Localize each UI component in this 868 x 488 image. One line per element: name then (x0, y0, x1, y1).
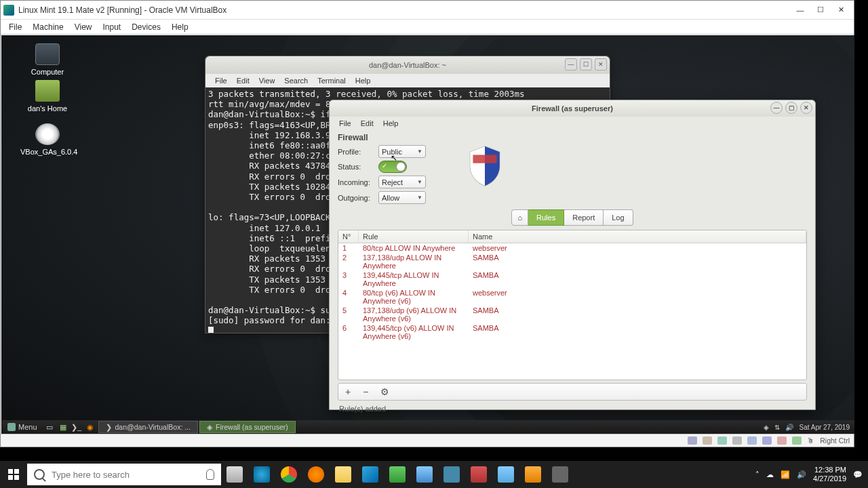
status-label: Status: (338, 163, 378, 171)
vbox-close-button[interactable]: ✕ (831, 3, 851, 17)
rule-settings-button[interactable]: ⚙ (380, 386, 389, 397)
remove-rule-button[interactable]: − (363, 386, 368, 397)
tab-log[interactable]: Log (604, 209, 633, 226)
chrome-launcher[interactable] (275, 461, 302, 488)
show-desktop-button[interactable]: ▭ (43, 421, 56, 433)
term-menu-terminal[interactable]: Terminal (313, 75, 350, 86)
vbox-display-icon[interactable] (762, 436, 772, 445)
term-menu-help[interactable]: Help (351, 75, 375, 86)
tray-network-icon[interactable]: 📶 (781, 470, 790, 479)
task-view-button[interactable] (221, 461, 248, 488)
table-row[interactable]: 3139,445/tcp ALLOW IN AnywhereSAMBA (338, 270, 806, 288)
firewall-shield-icon (467, 145, 503, 187)
chevron-down-icon: ▼ (417, 148, 422, 155)
mint-logo-icon (7, 423, 16, 431)
profile-dropdown[interactable]: Public▼ (378, 145, 426, 158)
firefox-launcher[interactable]: ◉ (83, 421, 97, 433)
term-menu-edit[interactable]: Edit (233, 75, 254, 86)
desktop-icon-computer[interactable]: Computer (20, 43, 75, 76)
app-launcher[interactable] (465, 461, 492, 488)
term-menu-search[interactable]: Search (280, 75, 312, 86)
app-launcher[interactable] (411, 461, 438, 488)
tray-chevron-up-icon[interactable]: ˄ (755, 470, 760, 479)
tab-report[interactable]: Report (564, 209, 604, 226)
terminal-maximize-button[interactable]: ☐ (580, 58, 592, 70)
tray-volume-icon[interactable]: 🔊 (785, 424, 793, 431)
tray-network-icon[interactable]: ⇅ (774, 424, 780, 431)
table-row[interactable]: 180/tcp ALLOW IN Anywherewebserver (338, 243, 806, 253)
table-row[interactable]: 6139,445/tcp (v6) ALLOW IN Anywhere (v6)… (338, 323, 806, 341)
firewall-close-button[interactable]: ✕ (800, 102, 812, 114)
tab-home[interactable]: ⌂ (511, 209, 528, 226)
vbox-menu-help[interactable]: Help (167, 21, 193, 33)
outgoing-dropdown[interactable]: Allow▼ (378, 191, 426, 204)
guest-desktop[interactable]: Computer dan's Home VBox_GAs_6.0.4 dan@d… (1, 35, 854, 434)
firewall-minimize-button[interactable]: — (770, 102, 783, 114)
linux-taskbar: Menu ▭ ▦ ❯_ ◉ ❯dan@dan-VirtualBox: ... ◈… (2, 420, 854, 434)
file-explorer-launcher[interactable] (330, 461, 357, 488)
terminal-titlebar[interactable]: dan@dan-VirtualBox: ~ — ☐ ✕ (205, 56, 610, 74)
mint-menu-button[interactable]: Menu (2, 421, 43, 433)
tray-clock[interactable]: Sat Apr 27, 2019 (799, 424, 850, 431)
vbox-recording-icon[interactable] (777, 436, 787, 445)
term-menu-file[interactable]: File (211, 75, 231, 86)
windows-search-box[interactable]: Type here to search (27, 464, 221, 485)
vbox-menu-view[interactable]: View (71, 21, 96, 33)
incoming-dropdown[interactable]: Reject▼ (378, 176, 426, 188)
app-launcher[interactable] (492, 461, 519, 488)
tray-shield-icon[interactable]: ◈ (764, 424, 769, 431)
firefox-launcher[interactable] (302, 461, 330, 488)
tab-rules[interactable]: Rules (528, 209, 564, 226)
fw-menu-edit[interactable]: Edit (357, 118, 378, 129)
vbox-cpu-icon[interactable] (792, 436, 802, 445)
terminal-minimize-button[interactable]: — (565, 58, 577, 70)
table-row[interactable]: 480/tcp (v6) ALLOW IN Anywhere (v6)webse… (338, 288, 806, 306)
status-toggle[interactable] (378, 161, 407, 173)
add-rule-button[interactable]: + (345, 386, 351, 397)
vbox-maximize-button[interactable]: ☐ (810, 3, 831, 17)
app-launcher[interactable] (519, 461, 547, 488)
taskbar-item-terminal[interactable]: ❯dan@dan-VirtualBox: ... (98, 421, 198, 433)
app-launcher[interactable] (384, 461, 411, 488)
windows-clock[interactable]: 12:38 PM 4/27/2019 (813, 466, 846, 483)
vbox-optical-icon[interactable] (703, 436, 712, 445)
vbox-minimize-button[interactable]: — (790, 3, 810, 17)
linux-system-tray: ◈ ⇅ 🔊 Sat Apr 27, 2019 (758, 424, 854, 431)
rules-table: N° Rule Name 180/tcp ALLOW IN Anywherewe… (338, 230, 807, 380)
tray-volume-icon[interactable]: 🔊 (797, 470, 806, 479)
app-launcher[interactable] (438, 461, 465, 488)
terminal-launcher[interactable]: ❯_ (70, 421, 83, 433)
vbox-usb-icon[interactable] (732, 436, 742, 445)
vbox-menu-file[interactable]: File (5, 21, 26, 33)
notifications-icon[interactable]: 💬 (853, 470, 863, 479)
tray-onedrive-icon[interactable]: ☁ (766, 470, 774, 479)
app-launcher[interactable] (547, 461, 574, 488)
vbox-menu-devices[interactable]: Devices (127, 21, 165, 33)
term-menu-view[interactable]: View (255, 75, 279, 86)
vbox-menu-input[interactable]: Input (99, 21, 125, 33)
vbox-network-icon[interactable] (717, 436, 727, 445)
vbox-titlebar[interactable]: Linux Mint 19.1 Mate v2 [Running] - Orac… (1, 1, 854, 20)
col-rule[interactable]: Rule (359, 230, 469, 243)
vbox-menu-machine[interactable]: Machine (28, 21, 67, 33)
taskbar-item-firewall[interactable]: ◈Firewall (as superuser) (199, 421, 296, 433)
vbox-shared-folder-icon[interactable] (747, 436, 757, 445)
table-row[interactable]: 5137,138/udp (v6) ALLOW IN Anywhere (v6)… (338, 306, 806, 323)
desktop-icon-vbox-additions[interactable]: VBox_GAs_6.0.4 (20, 123, 75, 156)
edge-launcher[interactable] (248, 461, 275, 488)
microphone-icon[interactable] (206, 469, 214, 480)
col-name[interactable]: Name (469, 230, 806, 243)
firewall-titlebar[interactable]: Firewall (as superuser) — ▢ ✕ (330, 100, 815, 117)
col-number[interactable]: N° (338, 230, 359, 243)
vbox-disk-icon[interactable] (688, 436, 697, 445)
windows-start-button[interactable] (0, 461, 27, 488)
file-manager-launcher[interactable]: ▦ (56, 421, 70, 433)
fw-menu-help[interactable]: Help (379, 118, 403, 129)
fw-menu-file[interactable]: File (335, 118, 355, 129)
table-row[interactable]: 2137,138/udp ALLOW IN AnywhereSAMBA (338, 253, 806, 270)
app-launcher[interactable] (357, 461, 384, 488)
vbox-mouse-integration-icon[interactable]: 🖱 (807, 436, 814, 445)
terminal-close-button[interactable]: ✕ (595, 58, 607, 70)
firewall-maximize-button[interactable]: ▢ (785, 102, 797, 114)
desktop-icon-home[interactable]: dan's Home (20, 80, 75, 113)
